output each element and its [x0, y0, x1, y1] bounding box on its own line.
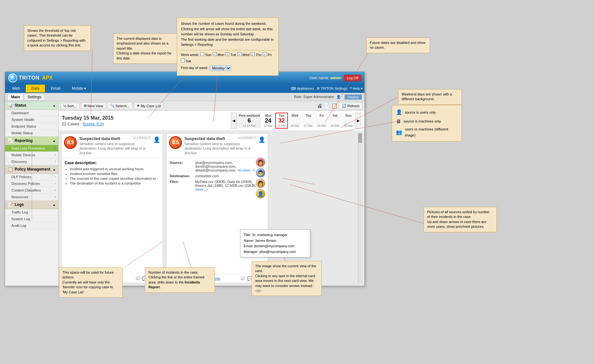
sidebar-section-reporting[interactable]: 📈 Reporting ▲	[5, 136, 58, 145]
sidebar-item-resources[interactable]: Resources ›	[5, 194, 58, 200]
card-2-score: 8.5	[169, 136, 182, 149]
popup-email: Email: jbrown@mycompany.com	[244, 243, 307, 249]
nav-right: ⌨ Appliances ⚙ TRITON Settings ? Help ▾	[291, 87, 363, 91]
sidebar-item-mobile-devices[interactable]: Mobile Devices ›	[5, 152, 58, 158]
role-icon: 👤	[336, 95, 341, 99]
status-icon: 📊	[8, 103, 13, 108]
sidebar-item-dlp[interactable]: Data Loss Prevention ›	[5, 145, 58, 152]
avatar-4[interactable]: 👤	[256, 189, 265, 199]
card-1-check-icon[interactable]: ☑	[136, 276, 140, 281]
sidebar-section-policy[interactable]: 📋 Policy Management ▲	[5, 165, 58, 174]
toolbar-right: 🖨 📄 📋 🔄 Refresh	[317, 102, 362, 109]
tab-email[interactable]: Email	[46, 85, 66, 92]
sidebar-item-system-log[interactable]: System Log	[5, 216, 58, 222]
tab-data[interactable]: Data	[26, 85, 45, 92]
sidebar-item-audit-log[interactable]: Audit Log	[5, 222, 58, 229]
popup-name: Name: James Brown	[244, 238, 307, 244]
tab-mobile[interactable]: Mobile ▾	[67, 85, 91, 92]
sidebar: 📊 Status ▲ Dashboard System Health Endpo…	[5, 101, 59, 286]
source-more-link[interactable]: <6 more...>	[237, 168, 255, 172]
sidebar-section-status[interactable]: 📊 Status ▲	[5, 101, 58, 110]
sidebar-item-traffic-log[interactable]: Traffic Log	[5, 209, 58, 216]
app-container: TRITON APX User name: admin Log Off Web …	[5, 72, 365, 286]
card-1-desc: Sensitive content sent to suspicious des…	[79, 142, 151, 155]
sidebar-item-dlp-policies[interactable]: DLP Policies ›	[5, 174, 58, 180]
avatar-3[interactable]: 👩	[256, 178, 265, 188]
cards-scrollbar[interactable]	[358, 133, 362, 283]
card-1-id: #124556172	[133, 136, 151, 140]
main-layout: 📊 Status ▲ Dashboard System Health Endpo…	[5, 101, 364, 286]
triton-settings-btn[interactable]: ⚙ TRITON Settings	[317, 87, 347, 91]
date-nav-prev-arrow[interactable]: ◄	[231, 113, 237, 129]
date-nav-next-arrow[interactable]: ►	[355, 113, 361, 129]
sidebar-item-content-classifiers[interactable]: Content Classifiers ›	[5, 187, 58, 194]
sidebar-item-mobile-status[interactable]: Mobile Status	[5, 130, 58, 136]
sidebar-item-system-health[interactable]: System Health	[5, 116, 58, 123]
tooltip-weekend-info: Shows the number of cases found during t…	[177, 18, 279, 76]
refresh-button[interactable]: 🔄 Refresh	[339, 102, 362, 109]
source-legend: 👤 source is users only 🖥 source is machi…	[392, 105, 462, 142]
help-btn[interactable]: ? Help ▾	[350, 87, 363, 91]
export-sheet-icon[interactable]: 📋	[331, 103, 338, 109]
next-view-button[interactable]: ⊞ Next View	[81, 102, 106, 109]
username-value: admin	[330, 76, 341, 80]
popup-manager: Manager: jdoe@mycompany.com	[244, 249, 307, 255]
files-more-link[interactable]: <20 more...>	[195, 184, 263, 191]
date-nav-tue[interactable]: Tue 32 15 Mar	[275, 113, 288, 129]
logo-apx: APX	[42, 75, 53, 81]
case-card-1[interactable]: 8.9 #124556172 Suspected data theft Sens…	[61, 133, 163, 283]
scores-link[interactable]: Scores: 6.0+	[83, 122, 104, 126]
date-nav-sat: Sat 19 Mar	[329, 113, 341, 128]
card-2-avatars: 👩 👨 👩 👤	[256, 158, 265, 199]
content-area: ½ Sort... ⊞ Next View 🔍 Search... ★ My C…	[59, 101, 364, 286]
card-2-source-row: Source: jdoe@mycompany.com, dsmith@mycom…	[170, 161, 265, 172]
print-icon[interactable]: 🖨	[317, 103, 322, 109]
sidebar-item-discovery-policies[interactable]: Discovery Policies ›	[5, 180, 58, 187]
date-title[interactable]: Tuesday 15 Mar, 2015	[62, 115, 113, 121]
avatar-2[interactable]: 👨	[256, 168, 265, 178]
card-1-source-icon: 👤	[153, 136, 160, 143]
logoff-button[interactable]: Log Off	[344, 75, 361, 81]
sidebar-item-discovery[interactable]: Discovery ›	[5, 158, 58, 165]
search-icon: 🔍	[110, 104, 115, 108]
card-1-bullet-1: Incident was triggered in unusual workin…	[70, 167, 160, 171]
sidebar-item-dashboard[interactable]: Dashboard	[5, 110, 58, 116]
role-info: Role: Super Administrator 👤	[294, 95, 342, 99]
next-view-icon: ⊞	[84, 104, 87, 108]
sub-tab-settings[interactable]: Settings	[24, 94, 45, 101]
export-doc-icon[interactable]: 📄	[324, 103, 330, 109]
card-2-source-icon: 👤	[258, 136, 265, 143]
card-1-body-title: Case description:	[65, 161, 160, 165]
sidebar-section-logs[interactable]: 📝 Logs ▲	[5, 200, 58, 209]
nav-tabs: Web Data Email Mobile ▾ ⌨ Appliances ⚙ T…	[5, 84, 364, 93]
card-1-bullet-3: The sources of this case copied sensitiv…	[70, 177, 160, 180]
legend-machines-only: 🖥 source is machines only	[396, 117, 458, 126]
star-icon: ★	[137, 104, 140, 108]
toolbar: ½ Sort... ⊞ Next View 🔍 Search... ★ My C…	[59, 101, 364, 111]
card-1-bullet-4: The destination of this incident is a co…	[70, 181, 160, 185]
tooltip-top-risk: Shows the threshold of 'top risk cases'.…	[24, 25, 91, 51]
date-header: Tuesday 15 Mar, 2015 22 Cases Scores: 6.…	[59, 111, 364, 131]
scroll-thumb[interactable]	[358, 133, 362, 143]
tooltip-incidents: Number of incidents in the case. Clickin…	[145, 267, 215, 293]
sort-button[interactable]: ½ Sort...	[61, 103, 80, 109]
dlp-arrow: ›	[55, 147, 56, 150]
tab-web[interactable]: Web	[7, 85, 25, 92]
user-icon: 👤	[396, 108, 402, 117]
date-nav-mon[interactable]: Mon 24 14 Mar	[262, 113, 275, 128]
my-case-list-button[interactable]: ★ My Case List	[134, 102, 164, 109]
popup-title: Title: Sr. marketing manager	[244, 232, 307, 238]
appliances-btn[interactable]: ⌨ Appliances	[291, 87, 314, 91]
logo-text: TRITON	[19, 75, 39, 81]
app-logo: TRITON APX	[8, 74, 53, 82]
sub-tab-main[interactable]: Main	[8, 94, 23, 101]
deploy-button[interactable]: Deploy	[345, 94, 362, 100]
machine-icon: 🖥	[396, 117, 401, 126]
first-day-select[interactable]: Monday	[210, 65, 231, 71]
card-2-check-icon[interactable]: ☑	[241, 276, 245, 281]
discovery-arrow: ›	[55, 160, 56, 164]
search-button[interactable]: 🔍 Search...	[107, 102, 132, 109]
sidebar-item-endpoint-status[interactable]: Endpoint Status	[5, 123, 58, 130]
avatar-1[interactable]: 👩	[256, 158, 265, 167]
date-nav-prev-weekend[interactable]: Prev weekend 6 12-13 Mar	[237, 113, 261, 128]
